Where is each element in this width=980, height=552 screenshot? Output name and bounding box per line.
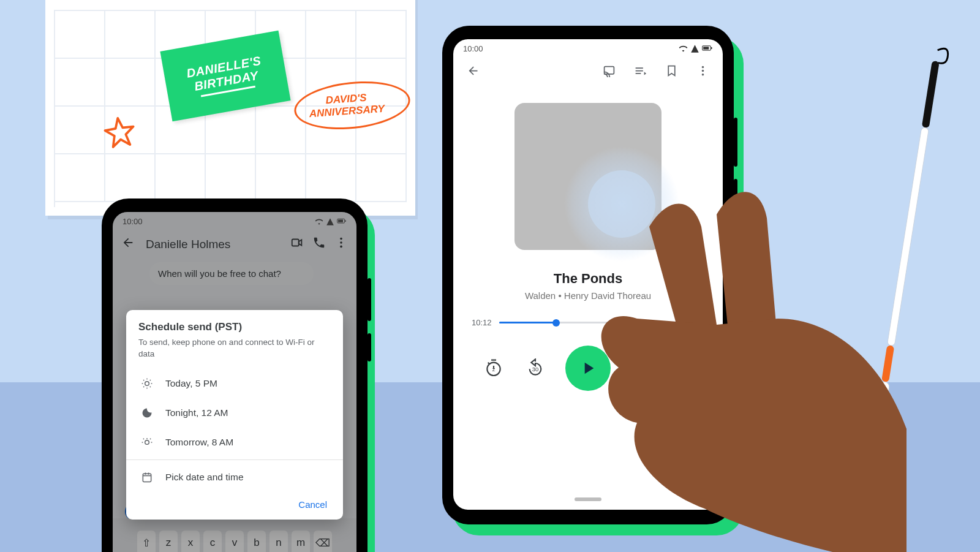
cancel-button[interactable]: Cancel [138,492,331,513]
svg-rect-7 [292,240,299,246]
phone-left-screen: 10:00 Danielle Holmes When will you be f… [113,212,356,552]
nav-pill[interactable] [575,497,601,501]
keyboard[interactable]: ⇧ z x c v b n m ⌫ [113,518,356,552]
svg-rect-13 [143,474,151,482]
status-bar: 10:00 [113,212,356,231]
more-icon[interactable] [334,236,348,252]
track-subtitle: Walden • Henry David Thoreau [453,290,723,301]
svg-rect-0 [922,61,940,129]
svg-rect-6 [345,220,345,222]
svg-rect-17 [605,67,614,74]
svg-point-19 [702,70,704,72]
sheet-title: Schedule send (PST) [138,321,331,333]
player-controls: z 30 30 [453,346,723,391]
track-title: The Ponds [453,271,723,287]
back-icon[interactable] [121,236,135,252]
svg-rect-15 [703,47,709,50]
svg-rect-2 [881,345,894,382]
svg-point-18 [702,66,704,69]
sunrise-icon [141,436,153,448]
schedule-send-sheet: Schedule send (PST) To send, keep phone … [126,310,343,520]
moon-icon [141,407,153,419]
call-icon[interactable] [312,236,326,252]
calendar-icon [141,471,153,483]
progress-row: 10:12 [453,301,723,327]
sun-icon [141,377,153,390]
playlist-icon[interactable] [634,64,647,80]
play-button[interactable] [565,346,611,391]
cast-icon[interactable] [603,64,616,80]
bookmark-icon[interactable] [665,64,678,80]
svg-point-10 [340,246,342,248]
videocall-icon[interactable] [290,236,304,252]
forward-30-button[interactable]: 30 [629,357,652,380]
player-header [453,58,723,86]
svg-rect-1 [887,127,929,346]
svg-rect-3 [878,381,890,398]
option-today[interactable]: Today, 5 PM [138,369,331,398]
svg-point-11 [145,381,149,385]
svg-point-8 [340,238,342,240]
more-icon[interactable] [696,64,709,80]
chat-title[interactable]: Danielle Holmes [146,238,282,251]
status-time: 10:00 [463,44,483,53]
svg-rect-5 [338,219,343,222]
option-tomorrow[interactable]: Tomorrow, 8 AM [138,428,331,457]
svg-point-12 [145,440,149,444]
back-icon[interactable] [467,64,480,80]
chat-header: Danielle Holmes [113,231,356,257]
phone-left: 10:00 Danielle Holmes When will you be f… [102,198,368,552]
svg-text:z: z [492,366,496,372]
status-time: 10:00 [123,217,143,226]
svg-text:30: 30 [532,366,538,372]
star-doodle [100,108,141,161]
option-tonight[interactable]: Tonight, 12 AM [138,398,331,428]
sheet-subtitle: To send, keep phone on and connect to Wi… [138,337,331,360]
svg-point-9 [340,241,342,244]
touch-ripple [564,146,680,262]
status-icons [315,217,347,226]
wall-calendar: DANIELLE'S BIRTHDAY DAVID'S ANNIVERSARY [45,0,415,216]
phone-right-screen: 10:00 The Ponds Walden • Henry David Tho… [453,39,723,510]
svg-text:30: 30 [638,366,644,372]
option-pick-date[interactable]: Pick date and time [138,463,331,492]
sleep-timer-button[interactable]: z [482,357,505,380]
status-icons [679,44,713,53]
rewind-30-button[interactable]: 30 [524,357,547,380]
svg-rect-16 [711,47,712,49]
elapsed-time: 10:12 [472,318,492,327]
album-art [514,103,662,250]
phone-right: 10:00 The Ponds Walden • Henry David Tho… [442,26,734,524]
svg-point-20 [702,74,704,76]
seek-bar[interactable] [499,322,704,323]
status-bar: 10:00 [453,39,723,58]
incoming-message: When will you be free to chat? [149,262,314,285]
